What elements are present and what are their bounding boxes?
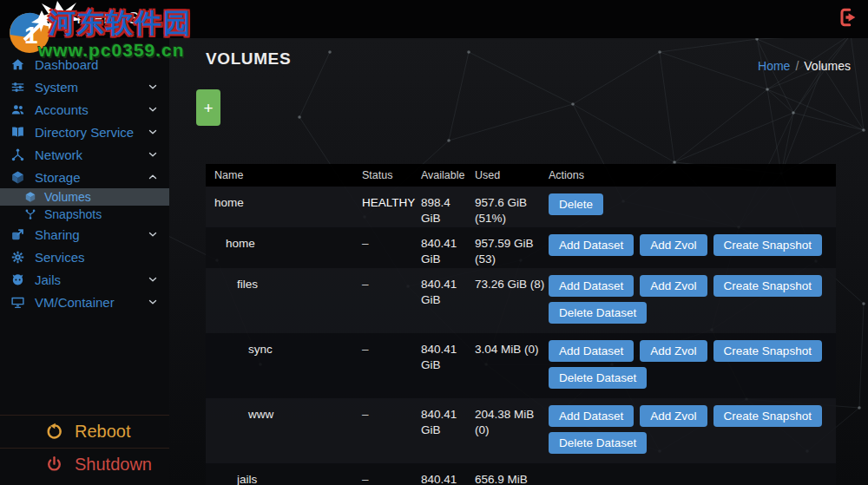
sidebar-item-label: Sharing [35,227,80,242]
table-row-files-2: files–840.41 GiB73.26 GiB (8)Add Dataset… [206,268,836,333]
branch-icon [24,208,36,220]
cell-available: 840.41 GiB [421,333,475,398]
shutdown-button[interactable]: Shutdown [0,448,169,481]
table-body: homeHEALTHY898.4 GiB957.6 GiB (51%)Delet… [206,187,836,485]
cell-used: 656.9 MiB [475,463,549,485]
book-icon [10,125,25,140]
sidebar-item-snapshots[interactable]: Snapshots [0,206,169,223]
table-row-sync-3: sync–840.41 GiB3.04 MiB (0)Add DatasetAd… [206,333,836,398]
cell-name: jails [206,463,362,485]
cell-available: 840.41 GiB [421,227,475,268]
cube-icon [24,191,36,203]
sidebar-item-label: VM/Container [35,295,115,310]
sidebar-item-volumes[interactable]: Volumes [0,188,169,206]
sidebar-item-storage[interactable]: Storage [0,166,169,188]
column-header-used: Used [475,169,549,181]
cell-status: – [362,463,421,485]
chevron-down-icon [147,148,159,161]
action-button-add-dataset[interactable]: Add Dataset [549,340,634,362]
sidebar-item-jails[interactable]: Jails [0,268,169,291]
sidebar-item-label: Accounts [35,102,89,117]
action-button-add-zvol[interactable]: Add Zvol [640,405,707,427]
action-button-create-snapshot[interactable]: Create Snapshot [713,340,822,362]
action-button-delete-dataset[interactable]: Delete Dataset [549,367,647,389]
breadcrumb-separator: / [795,59,799,73]
cell-actions: Add DatasetAdd ZvolCreate SnapshotDelete… [549,398,836,463]
cell-actions: Delete [549,187,836,227]
cell-name: home [206,227,362,268]
users-icon [10,102,25,117]
sidebar-item-label: Services [35,250,85,265]
action-button-create-snapshot[interactable]: Create Snapshot [713,405,822,427]
sidebar-item-label: Directory Service [35,125,134,140]
action-button-add-zvol[interactable]: Add Zvol [640,234,707,256]
action-button-add-dataset[interactable]: Add Dataset [549,234,634,256]
action-button-delete-dataset[interactable]: Delete Dataset [549,302,647,324]
action-button-create-snapshot[interactable]: Create Snapshot [713,275,822,297]
chevron-down-icon [147,228,159,240]
cell-status: – [362,333,421,398]
cell-actions: Add DatasetAdd ZvolCreate SnapshotDelete… [549,268,836,333]
cell-available: 840.41 GiB [421,268,475,333]
action-button-add-zvol[interactable]: Add Zvol [640,340,707,362]
home-icon [10,57,25,72]
action-button-create-snapshot[interactable]: Create Snapshot [713,234,822,256]
logout-icon[interactable] [835,5,861,31]
cell-name: files [206,268,362,333]
sidebar-item-dashboard[interactable]: Dashboard [0,53,169,75]
action-button-delete-dataset[interactable]: Delete Dataset [549,432,647,454]
sidebar: DashboardSystemAccountsDirectory Service… [0,38,169,485]
cube-icon [10,170,25,185]
table-row-home-0: homeHEALTHY898.4 GiB957.6 GiB (51%)Delet… [206,187,836,227]
freenas-app: FreeNAS DashboardSystemAccountsDirectory… [0,0,868,485]
cell-name: www [206,398,362,463]
cell-actions [549,463,836,485]
cell-available: 898.4 GiB [421,187,475,227]
cell-used: 957.6 GiB (51%) [475,187,549,227]
monitor-icon [10,295,25,310]
table-row-home-1: home–840.41 GiB957.59 GiB (53)Add Datase… [206,227,836,268]
table-header-row: NameStatusAvailableUsedActions [206,164,836,187]
reboot-icon [45,423,63,441]
sidebar-item-label: Storage [35,170,81,185]
chevron-down-icon [147,126,159,138]
sidebar-footer: RebootShutdown [0,415,169,481]
breadcrumb-home-link[interactable]: Home [758,59,790,73]
reboot-button[interactable]: Reboot [0,415,169,448]
cell-used: 204.38 MiB (0) [475,398,549,463]
sidebar-item-label: Dashboard [35,57,98,72]
breadcrumb: Home/Volumes [758,59,851,73]
cell-status: – [362,227,421,268]
footer-action-label: Shutdown [75,455,152,475]
action-button-delete[interactable]: Delete [549,193,603,215]
column-header-actions: Actions [549,169,836,181]
sidebar-item-vm-container[interactable]: VM/Container [0,291,169,313]
chevron-down-icon [147,296,159,308]
sliders-icon [10,80,25,95]
chevron-up-icon [147,171,159,183]
sidebar-item-system[interactable]: System [0,75,169,98]
main-content: VOLUMES Home/Volumes + NameStatusAvailab… [169,38,868,485]
sidebar-item-label: Network [35,147,82,162]
sidebar-item-sharing[interactable]: Sharing [0,223,169,246]
action-button-add-dataset[interactable]: Add Dataset [549,405,634,427]
sidebar-item-accounts[interactable]: Accounts [0,98,169,121]
action-button-add-dataset[interactable]: Add Dataset [549,275,634,297]
column-header-name: Name [206,169,362,181]
sidebar-item-directory-service[interactable]: Directory Service [0,121,169,143]
breadcrumb-current: Volumes [804,59,851,73]
table-row-www-4: www–840.41 GiB204.38 MiB (0)Add DatasetA… [206,398,836,463]
chevron-down-icon [147,81,159,93]
chevron-down-icon [147,103,159,115]
add-volume-button[interactable]: + [196,89,220,126]
cell-used: 73.26 GiB (8) [475,268,549,333]
sidebar-item-label: Jails [35,272,61,287]
cell-available: 840.41 GiB [421,463,475,485]
sidebar-item-network[interactable]: Network [0,143,169,166]
sidebar-item-services[interactable]: Services [0,246,169,268]
network-icon [10,147,25,162]
cell-status: – [362,398,421,463]
power-icon [45,456,63,474]
action-button-add-zvol[interactable]: Add Zvol [640,275,707,297]
cell-name: sync [206,333,362,398]
